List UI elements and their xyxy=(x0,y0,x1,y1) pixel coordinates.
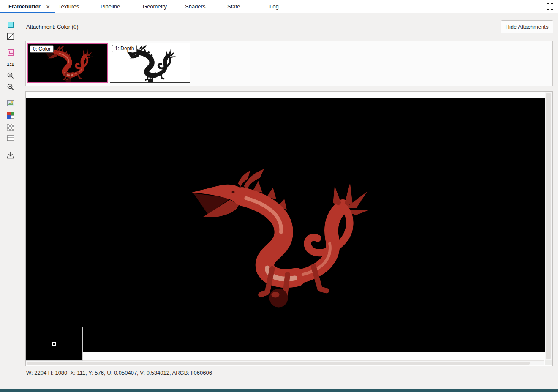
tab-geometry[interactable]: Geometry xyxy=(139,0,182,13)
tab-textures-label: Textures xyxy=(58,3,79,10)
checkerboard-icon[interactable] xyxy=(5,122,16,132)
framebuffer-window: Framebuffer × Textures Pipeline Geometry… xyxy=(0,0,558,392)
tab-pipeline-label: Pipeline xyxy=(101,3,120,10)
tab-log-label: Log xyxy=(269,3,279,10)
tab-framebuffer-label: Framebuffer xyxy=(8,3,41,10)
vertical-scrollbar[interactable] xyxy=(545,92,552,360)
tab-bar: Framebuffer × Textures Pipeline Geometry… xyxy=(0,0,558,13)
hide-attachments-button[interactable]: Hide Attachments xyxy=(501,20,553,33)
tab-state-label: State xyxy=(227,3,240,10)
zoom-1to1-icon[interactable]: 1:1 xyxy=(5,60,16,69)
window-bottom-edge xyxy=(0,389,558,392)
texture-viewport xyxy=(25,91,553,366)
color-palette-icon[interactable] xyxy=(5,111,16,120)
zoom-out-icon[interactable] xyxy=(5,82,16,92)
attachments-strip: 0: Color 1: Depth xyxy=(25,41,553,86)
attachment-thumb-color[interactable]: 0: Color xyxy=(27,43,108,83)
tab-shaders[interactable]: Shaders xyxy=(182,0,224,13)
tab-state[interactable]: State xyxy=(224,0,266,13)
tab-geometry-label: Geometry xyxy=(143,3,167,10)
picked-pixel-marker xyxy=(52,342,56,346)
zoom-in-icon[interactable] xyxy=(5,71,16,80)
tab-pipeline[interactable]: Pipeline xyxy=(97,0,139,13)
scrollbar-corner xyxy=(545,360,552,365)
pick-region-icon[interactable] xyxy=(5,48,16,57)
attachment-chip-depth: 1: Depth xyxy=(112,45,137,52)
render-canvas[interactable] xyxy=(26,98,545,352)
close-icon[interactable]: × xyxy=(46,3,50,10)
dragon-render xyxy=(169,158,380,312)
tab-shaders-label: Shaders xyxy=(185,3,205,10)
pixel-context-view xyxy=(26,327,83,361)
background-icon[interactable] xyxy=(5,133,16,143)
tab-framebuffer[interactable]: Framebuffer × xyxy=(0,0,55,13)
fullscreen-icon[interactable] xyxy=(546,3,554,11)
horizontal-scrollbar[interactable] xyxy=(26,360,544,365)
attachment-chip-color: 0: Color xyxy=(30,45,54,53)
alpha-channel-icon[interactable] xyxy=(5,32,16,41)
color-channel-icon[interactable] xyxy=(5,20,16,29)
attachment-label: Attachment: Color (0) xyxy=(26,24,79,30)
attachment-thumb-depth[interactable]: 1: Depth xyxy=(110,43,190,83)
save-icon[interactable] xyxy=(5,151,16,160)
tab-textures[interactable]: Textures xyxy=(55,0,97,13)
image-icon[interactable] xyxy=(5,99,16,108)
status-bar: W: 2204 H: 1080 X: 111, Y: 576, U: 0.050… xyxy=(26,370,212,376)
tab-log[interactable]: Log xyxy=(266,0,308,13)
